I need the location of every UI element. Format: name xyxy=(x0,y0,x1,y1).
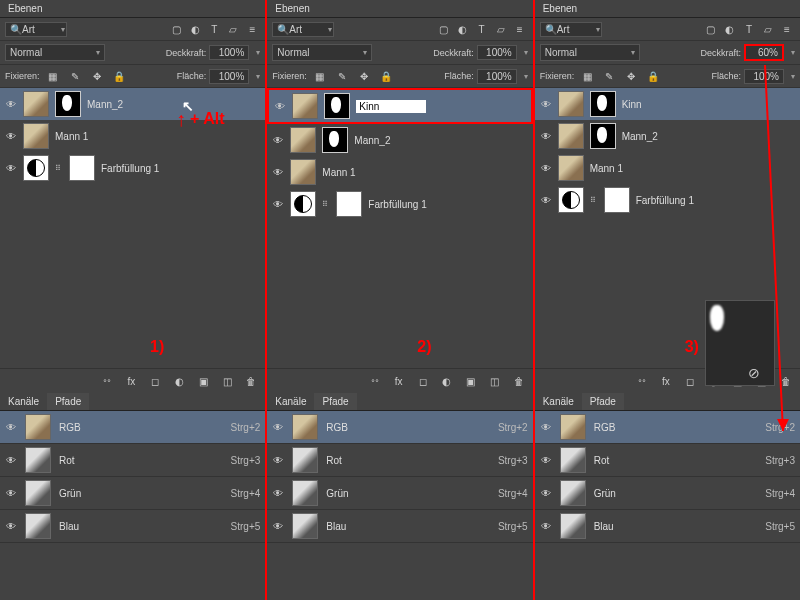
opacity-value[interactable]: 100% xyxy=(209,45,249,60)
visibility-toggle[interactable]: 👁 xyxy=(272,421,284,433)
visibility-toggle[interactable]: 👁 xyxy=(274,100,286,112)
channel-thumb[interactable] xyxy=(25,480,51,506)
mask-icon[interactable]: ◻ xyxy=(147,373,163,389)
layer-row[interactable]: 👁Mann 1 xyxy=(0,120,265,152)
chevron-down-icon[interactable]: ▾ xyxy=(256,48,260,57)
layers-tab[interactable]: Ebenen xyxy=(0,0,50,17)
layer-row[interactable]: 👁Mann_2 xyxy=(267,124,532,156)
channel-row[interactable]: 👁RGBStrg+2 xyxy=(535,411,800,444)
layer-row[interactable]: 👁 xyxy=(267,88,532,124)
filter-type-dropdown[interactable]: 🔍▾ xyxy=(5,22,67,37)
filter-icon[interactable]: ≡ xyxy=(779,21,795,37)
trash-icon[interactable]: 🗑 xyxy=(243,373,259,389)
layer-name-input[interactable] xyxy=(356,100,426,113)
lock-move-icon[interactable]: ✥ xyxy=(356,68,372,84)
layer-thumb[interactable] xyxy=(292,93,318,119)
fx-icon[interactable]: fx xyxy=(123,373,139,389)
adjust-icon[interactable]: ◐ xyxy=(455,21,471,37)
shape-icon[interactable]: ▱ xyxy=(760,21,776,37)
adjustment-icon[interactable]: ◐ xyxy=(171,373,187,389)
visibility-toggle[interactable]: 👁 xyxy=(540,162,552,174)
layer-thumb[interactable] xyxy=(23,91,49,117)
channel-thumb[interactable] xyxy=(292,414,318,440)
layer-mask-thumb[interactable] xyxy=(324,93,350,119)
lock-icon[interactable]: 🔒 xyxy=(111,68,127,84)
channel-row[interactable]: 👁RGBStrg+2 xyxy=(267,411,532,444)
paths-tab[interactable]: Pfade xyxy=(47,393,89,410)
fill-value[interactable]: 100% xyxy=(744,69,784,84)
channel-row[interactable]: 👁RotStrg+3 xyxy=(0,444,265,477)
layer-mask-thumb[interactable] xyxy=(590,123,616,149)
visibility-toggle[interactable]: 👁 xyxy=(540,421,552,433)
visibility-toggle[interactable]: 👁 xyxy=(5,130,17,142)
text-icon[interactable]: T xyxy=(206,21,222,37)
chevron-down-icon[interactable]: ▾ xyxy=(524,48,528,57)
channels-tab[interactable]: Kanäle xyxy=(267,393,314,410)
blend-mode-dropdown[interactable]: Normal▾ xyxy=(540,44,640,61)
paths-tab[interactable]: Pfade xyxy=(582,393,624,410)
visibility-toggle[interactable]: 👁 xyxy=(5,454,17,466)
filter-icon[interactable]: ≡ xyxy=(512,21,528,37)
lock-all-icon[interactable]: ▦ xyxy=(312,68,328,84)
layer-thumb[interactable] xyxy=(558,187,584,213)
link-icon[interactable]: ⸰⸰ xyxy=(367,373,383,389)
channel-row[interactable]: 👁RotStrg+3 xyxy=(535,444,800,477)
visibility-toggle[interactable]: 👁 xyxy=(5,98,17,110)
filter-input[interactable] xyxy=(22,24,57,35)
lock-move-icon[interactable]: ✥ xyxy=(89,68,105,84)
visibility-toggle[interactable]: 👁 xyxy=(540,194,552,206)
layer-row[interactable]: 👁⠿Farbfüllung 1 xyxy=(535,184,800,216)
channel-thumb[interactable] xyxy=(292,513,318,539)
channel-thumb[interactable] xyxy=(560,513,586,539)
channel-thumb[interactable] xyxy=(25,513,51,539)
visibility-toggle[interactable]: 👁 xyxy=(540,130,552,142)
filter-type-dropdown[interactable]: 🔍▾ xyxy=(540,22,602,37)
adjust-icon[interactable]: ◐ xyxy=(722,21,738,37)
trash-icon[interactable]: 🗑 xyxy=(511,373,527,389)
layer-thumb[interactable] xyxy=(290,159,316,185)
channel-row[interactable]: 👁GrünStrg+4 xyxy=(267,477,532,510)
fx-icon[interactable]: fx xyxy=(391,373,407,389)
visibility-toggle[interactable]: 👁 xyxy=(272,166,284,178)
layer-mask-thumb[interactable] xyxy=(604,187,630,213)
layer-thumb[interactable] xyxy=(290,127,316,153)
layer-mask-thumb[interactable] xyxy=(55,91,81,117)
channel-row[interactable]: 👁RotStrg+3 xyxy=(267,444,532,477)
visibility-toggle[interactable]: 👁 xyxy=(5,421,17,433)
lock-icon[interactable]: 🔒 xyxy=(645,68,661,84)
channels-tab[interactable]: Kanäle xyxy=(535,393,582,410)
group-icon[interactable]: ▣ xyxy=(463,373,479,389)
mask-icon[interactable]: ◻ xyxy=(415,373,431,389)
filter-icon[interactable]: ≡ xyxy=(244,21,260,37)
lock-icon[interactable]: 🔒 xyxy=(378,68,394,84)
visibility-toggle[interactable]: 👁 xyxy=(272,134,284,146)
channel-thumb[interactable] xyxy=(560,447,586,473)
layer-mask-thumb[interactable] xyxy=(322,127,348,153)
visibility-toggle[interactable]: 👁 xyxy=(5,487,17,499)
channel-row[interactable]: 👁BlauStrg+5 xyxy=(267,510,532,543)
layer-thumb[interactable] xyxy=(290,191,316,217)
visibility-toggle[interactable]: 👁 xyxy=(5,520,17,532)
new-layer-icon[interactable]: ◫ xyxy=(487,373,503,389)
lock-move-icon[interactable]: ✥ xyxy=(623,68,639,84)
layer-row[interactable]: 👁Mann 1 xyxy=(535,152,800,184)
channel-row[interactable]: 👁GrünStrg+4 xyxy=(0,477,265,510)
layer-row[interactable]: 👁⠿Farbfüllung 1 xyxy=(267,188,532,220)
paths-tab[interactable]: Pfade xyxy=(314,393,356,410)
layer-thumb[interactable] xyxy=(23,155,49,181)
layer-mask-thumb[interactable] xyxy=(336,191,362,217)
lock-pixels-icon[interactable]: ✎ xyxy=(67,68,83,84)
layer-mask-thumb[interactable] xyxy=(590,91,616,117)
image-icon[interactable]: ▢ xyxy=(436,21,452,37)
layers-tab[interactable]: Ebenen xyxy=(535,0,585,17)
new-layer-icon[interactable]: ◫ xyxy=(219,373,235,389)
filter-input[interactable] xyxy=(289,24,324,35)
fill-value[interactable]: 100% xyxy=(209,69,249,84)
channels-tab[interactable]: Kanäle xyxy=(0,393,47,410)
channel-thumb[interactable] xyxy=(292,480,318,506)
layer-row[interactable]: 👁Mann_2 xyxy=(0,88,265,120)
lock-all-icon[interactable]: ▦ xyxy=(45,68,61,84)
channel-thumb[interactable] xyxy=(560,480,586,506)
layer-thumb[interactable] xyxy=(558,123,584,149)
chevron-down-icon[interactable]: ▾ xyxy=(791,72,795,81)
